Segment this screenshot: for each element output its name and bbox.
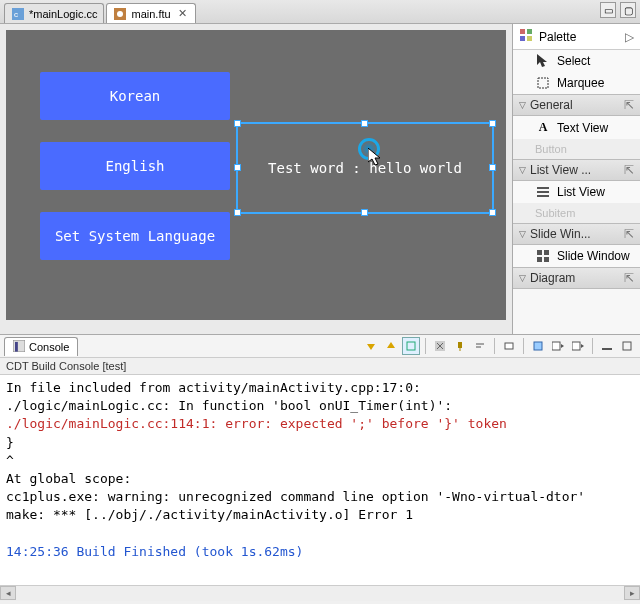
resize-handle-w[interactable] (234, 164, 241, 171)
switch-console-button[interactable] (569, 337, 587, 355)
svg-marker-20 (367, 344, 375, 350)
pin-icon[interactable]: ⇱ (624, 98, 634, 112)
open-console-button[interactable] (500, 337, 518, 355)
palette-panel: Palette ▷ Select Marquee ▽ General ⇱ A T… (512, 24, 640, 334)
chevron-down-icon: ▽ (519, 229, 526, 239)
resize-handle-e[interactable] (489, 164, 496, 171)
console-line: } (6, 434, 634, 452)
resize-handle-ne[interactable] (489, 120, 496, 127)
item-label: Slide Window (557, 249, 630, 263)
tab-label: *mainLogic.cc (29, 8, 97, 20)
ftu-file-icon (113, 7, 127, 21)
console-toolbar (362, 337, 636, 355)
palette-item-listview[interactable]: List View (513, 181, 640, 203)
svg-rect-6 (527, 29, 532, 34)
svg-rect-15 (544, 250, 549, 255)
drawer-label: Slide Win... (530, 227, 591, 241)
console-line: ^ (6, 452, 634, 470)
resize-handle-sw[interactable] (234, 209, 241, 216)
horizontal-scrollbar[interactable]: ◂ ▸ (0, 585, 640, 601)
svg-rect-22 (407, 342, 415, 350)
drawer-general[interactable]: ▽ General ⇱ (513, 94, 640, 116)
tab-label: main.ftu (131, 8, 170, 20)
resize-handle-se[interactable] (489, 209, 496, 216)
svg-rect-34 (602, 348, 612, 350)
scroll-right-icon[interactable]: ▸ (624, 586, 640, 600)
tool-label: Marquee (557, 76, 604, 90)
console-tab-label: Console (29, 341, 69, 353)
resize-handle-nw[interactable] (234, 120, 241, 127)
new-console-button[interactable] (529, 337, 547, 355)
svg-rect-17 (544, 257, 549, 262)
tool-select[interactable]: Select (513, 50, 640, 72)
console-line: ./logic/mainLogic.cc:114:1: error: expec… (6, 415, 634, 433)
drawer-label: General (530, 98, 573, 112)
close-icon[interactable]: ✕ (177, 8, 189, 20)
text-icon: A (535, 120, 551, 135)
pin-icon[interactable]: ⇱ (624, 227, 634, 241)
palette-item-subitem-ghost: Subitem (513, 203, 640, 223)
item-label: List View (557, 185, 605, 199)
marquee-icon (535, 77, 551, 89)
design-canvas-pane: Korean English Set System Language Test … (0, 24, 512, 334)
svg-rect-11 (537, 187, 549, 189)
svg-rect-32 (572, 342, 580, 350)
scroll-lock-button[interactable] (402, 337, 420, 355)
pin-icon[interactable]: ⇱ (624, 271, 634, 285)
canvas-button-english[interactable]: English (40, 142, 230, 190)
console-line: 14:25:36 Build Finished (took 1s.62ms) (6, 543, 634, 561)
arrow-up-icon[interactable] (382, 337, 400, 355)
svg-rect-12 (537, 191, 549, 193)
console-subtitle: CDT Build Console [test] (0, 358, 640, 375)
resize-handle-s[interactable] (361, 209, 368, 216)
clear-button[interactable] (431, 337, 449, 355)
console-line: ./logic/mainLogic.cc: In function 'bool … (6, 397, 634, 415)
separator (592, 338, 593, 354)
console-line: cc1plus.exe: warning: unrecognized comma… (6, 488, 634, 506)
arrow-down-icon[interactable] (362, 337, 380, 355)
console-icon: ▌ (13, 340, 25, 354)
drawer-label: Diagram (530, 271, 575, 285)
maximize-button[interactable]: ▢ (620, 2, 636, 18)
canvas-button-setlang[interactable]: Set System Language (40, 212, 230, 260)
console-header: ▌ Console (0, 334, 640, 358)
palette-title-bar: Palette ▷ (513, 24, 640, 50)
svg-text:c: c (14, 10, 18, 19)
drawer-slidewin[interactable]: ▽ Slide Win... ⇱ (513, 223, 640, 245)
drawer-diagram[interactable]: ▽ Diagram ⇱ (513, 267, 640, 289)
svg-rect-10 (538, 78, 548, 88)
drawer-listview[interactable]: ▽ List View ... ⇱ (513, 159, 640, 181)
tab-mainftu[interactable]: main.ftu ✕ (106, 3, 195, 23)
tool-marquee[interactable]: Marquee (513, 72, 640, 94)
svg-rect-8 (527, 36, 532, 41)
item-label: Text View (557, 121, 608, 135)
palette-item-slidewindow[interactable]: Slide Window (513, 245, 640, 267)
svg-marker-21 (387, 342, 395, 348)
canvas-textview-selected[interactable]: Test word : hello world (236, 122, 494, 214)
wrap-button[interactable] (471, 337, 489, 355)
console-output[interactable]: In file included from activity/mainActiv… (0, 375, 640, 585)
design-canvas[interactable]: Korean English Set System Language Test … (6, 30, 506, 320)
resize-handle-n[interactable] (361, 120, 368, 127)
maximize-view-button[interactable] (618, 337, 636, 355)
console-tab[interactable]: ▌ Console (4, 337, 78, 356)
tab-mainlogic[interactable]: c *mainLogic.cc (4, 3, 104, 23)
svg-text:▌: ▌ (15, 341, 21, 352)
palette-icon (519, 28, 533, 45)
display-selected-button[interactable] (549, 337, 567, 355)
pin-icon[interactable]: ⇱ (624, 163, 634, 177)
scroll-left-icon[interactable]: ◂ (0, 586, 16, 600)
pin-console-button[interactable] (451, 337, 469, 355)
svg-rect-16 (537, 257, 542, 262)
chevron-right-icon[interactable]: ▷ (625, 30, 634, 44)
svg-marker-33 (581, 344, 584, 348)
canvas-button-korean[interactable]: Korean (40, 72, 230, 120)
minimize-view-button[interactable] (598, 337, 616, 355)
svg-rect-13 (537, 195, 549, 197)
textview-content: Test word : hello world (268, 160, 462, 176)
palette-title-label: Palette (539, 30, 576, 44)
separator (494, 338, 495, 354)
minimize-button[interactable]: ▭ (600, 2, 616, 18)
palette-item-textview[interactable]: A Text View (513, 116, 640, 139)
separator (523, 338, 524, 354)
